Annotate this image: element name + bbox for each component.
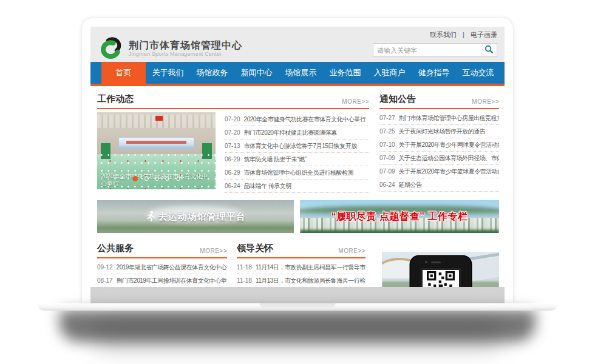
section-work-news: 工作动态 MORE>> 2020年全市健身气功比赛在市体育文化中心举行	[97, 93, 369, 109]
list-item[interactable]: 07-20荆门市2020年持杖健走比赛圆满落幕	[225, 126, 369, 140]
list-item[interactable]: 07-202020年全市健身气功比赛在市体育文化中心举行	[225, 113, 369, 126]
list-item[interactable]: 07-10关于开展2020年青少年网球夏令营活动的通告	[379, 138, 499, 152]
carousel-dot[interactable]	[176, 177, 180, 181]
item-date: 06-29	[225, 156, 240, 163]
item-title: 市体育文化中心游泳馆将于7月15日恢复开放	[244, 143, 357, 150]
item-date: 07-13	[225, 143, 240, 150]
more-link[interactable]: MORE>>	[338, 248, 365, 254]
list-item[interactable]: 08-17荆门市2019年工间操培训在体育文化中心举行	[97, 274, 227, 288]
carousel-photo-banner	[118, 137, 194, 149]
item-title: 荆门市2019年工间操培训在体育文化中心举行	[117, 277, 227, 285]
item-title: 关于生态运动公园体育场外田径场、市体育文化	[399, 155, 499, 162]
album-link[interactable]: 电子画册	[471, 31, 497, 38]
nav-item-news[interactable]: 新闻中心	[234, 62, 279, 84]
item-date: 07-20	[225, 129, 240, 136]
item-title: 品味端午 传承文明	[244, 183, 291, 190]
site-header: 联系我们 | 电子画册 荆门市体育场馆管理中心 Jingmen Sports M…	[90, 27, 505, 62]
list-item[interactable]: 07-25关于夜间灯光球场暂停开放的通告	[379, 125, 499, 138]
list-item[interactable]: 09-122019年湖北省广场舞公益课在体育文化中心落幕	[97, 261, 227, 274]
carousel-dot[interactable]	[132, 176, 138, 181]
nav-item-venue-show[interactable]: 场馆展示	[279, 62, 323, 84]
item-date: 07-10	[379, 141, 395, 149]
nav-item-fitness[interactable]: 健身指导	[412, 62, 456, 84]
section-public-service: 公共服务 MORE>> 09-122019年湖北省广场舞公益课在体育文化中心落幕…	[97, 243, 227, 288]
search-button[interactable]	[481, 44, 497, 56]
more-link[interactable]: MORE>>	[200, 248, 227, 254]
item-date: 09-12	[97, 264, 113, 271]
nav-item-business[interactable]: 业务范围	[323, 62, 367, 84]
item-title: 荆门市体育场馆管理中心房屋出租竞租方案	[399, 115, 499, 122]
banner-right-text: “履职尽责 点题督查” 工作专栏	[332, 211, 468, 223]
carousel-dot[interactable]	[165, 177, 169, 181]
site-title: 荆门市体育场馆管理中心	[129, 40, 242, 51]
carousel-dot[interactable]	[155, 177, 159, 181]
item-title: 11月14日，市政协副主席柯昌军一行督导市生态运	[256, 264, 365, 271]
work-news-list: 07-202020年全市健身气功比赛在市体育文化中心举行 07-20荆门市202…	[225, 113, 369, 193]
banner-left-text: 去运动场馆管理平台	[158, 211, 246, 223]
banner-trees-image	[300, 230, 499, 233]
phone-camera	[425, 261, 427, 263]
site-footer	[90, 287, 505, 303]
section-title: 工作动态	[97, 93, 134, 105]
nav-item-venue-affairs[interactable]: 场馆政务	[190, 62, 234, 84]
list-item[interactable]: 07-09关于开展2020年青少年篮球夏令营活动的通告	[379, 165, 499, 178]
laptop-base-notch	[260, 303, 336, 308]
search-icon	[484, 45, 494, 56]
list-item[interactable]: 06-24延期公告	[379, 178, 499, 192]
item-date: 06-29	[225, 169, 240, 177]
nav-item-interact[interactable]: 互动交流	[456, 62, 500, 84]
list-item[interactable]: 06-29筑牢防火墙 防患于未“燃”	[225, 153, 369, 166]
item-date: 06-24	[225, 183, 240, 190]
nav-item-home[interactable]: 首页	[101, 62, 146, 84]
section-leadership-care: 领导关怀 MORE>> 11-1811月14日，市政协副主席柯昌军一行督导市生态…	[237, 243, 365, 288]
section-notices: 通知公告 MORE>> 07-27荆门市体育场馆管理中心房屋出租竞租方案 07-…	[379, 93, 499, 192]
item-date: 07-09	[379, 155, 395, 162]
item-title: 荆门市2020年持杖健走比赛圆满落幕	[244, 129, 337, 136]
item-title: 延期公告	[399, 181, 422, 189]
item-date: 11-18	[237, 264, 252, 271]
service-list: 09-122019年湖北省广场舞公益课在体育文化中心落幕 08-17荆门市201…	[97, 261, 227, 288]
item-date: 07-25	[379, 128, 395, 135]
item-title: 2019年湖北省广场舞公益课在体育文化中心落幕	[117, 264, 227, 271]
list-item[interactable]: 11-1811月13日，市文化和旅游局长鲁海兵一行检查市生	[237, 274, 365, 288]
search-box	[373, 43, 497, 57]
runner-icon	[146, 211, 155, 223]
list-item[interactable]: 07-13市体育文化中心游泳馆将于7月15日恢复开放	[225, 140, 369, 153]
qr-code-icon	[421, 268, 461, 287]
item-date: 07-20	[225, 116, 240, 123]
topbar-links: 联系我们 | 电子画册	[430, 30, 497, 39]
item-date: 11-18	[237, 277, 252, 285]
contact-link[interactable]: 联系我们	[430, 31, 457, 38]
list-item[interactable]: 06-24品味端午 传承文明	[225, 180, 369, 193]
more-link[interactable]: MORE>>	[472, 98, 499, 105]
item-title: 市体育场馆管理中心组织全员进行核酸检测	[244, 169, 354, 177]
list-item[interactable]: 06-29市体育场馆管理中心组织全员进行核酸检测	[225, 166, 369, 180]
browser-viewport: 联系我们 | 电子画册 荆门市体育场馆管理中心 Jingmen Sports M…	[90, 27, 505, 303]
list-item[interactable]: 07-27荆门市体育场馆管理中心房屋出租竞租方案	[379, 112, 499, 125]
leader-list: 11-1811月14日，市政协副主席柯昌军一行督导市生态运 11-1811月13…	[237, 261, 365, 288]
item-date: 08-17	[97, 277, 113, 285]
item-date: 07-27	[379, 115, 395, 122]
laptop-screen-frame: 联系我们 | 电子画册 荆门市体育场馆管理中心 Jingmen Sports M…	[82, 18, 513, 303]
topbar-divider: |	[463, 31, 464, 38]
banner-venue-platform[interactable]: 去运动场馆管理平台	[97, 200, 294, 233]
phone-speaker	[431, 261, 441, 263]
news-carousel[interactable]: 2020年全市健身气功比赛在市体育文化中心举行	[97, 112, 216, 189]
search-input[interactable]	[373, 47, 481, 54]
nav-item-merchants[interactable]: 入驻商户	[367, 62, 412, 84]
section-title: 领导关怀	[237, 243, 273, 254]
laptop-base	[38, 303, 557, 311]
banner-supervision-column[interactable]: “履职尽责 点题督查” 工作专栏	[300, 200, 499, 233]
more-link[interactable]: MORE>>	[342, 98, 369, 105]
list-item[interactable]: 11-1811月14日，市政协副主席柯昌军一行督导市生态运	[237, 261, 365, 274]
carousel-dot[interactable]	[144, 177, 149, 181]
nav-item-about[interactable]: 关于我们	[146, 62, 190, 84]
mobile-qr-image[interactable]	[382, 252, 499, 287]
list-item[interactable]: 07-09关于生态运动公园体育场外田径场、市体育文化	[379, 152, 499, 165]
notice-list: 07-27荆门市体育场馆管理中心房屋出租竞租方案 07-25关于夜间灯光球场暂停…	[379, 112, 499, 192]
laptop-shadow-soft	[91, 318, 504, 349]
site-logo[interactable]: 荆门市体育场馆管理中心 Jingmen Sports Management Ce…	[99, 35, 242, 62]
item-title: 关于开展2020年青少年篮球夏令营活动的通告	[399, 168, 499, 175]
smartphone-image	[410, 256, 471, 287]
section-title: 公共服务	[97, 243, 134, 254]
